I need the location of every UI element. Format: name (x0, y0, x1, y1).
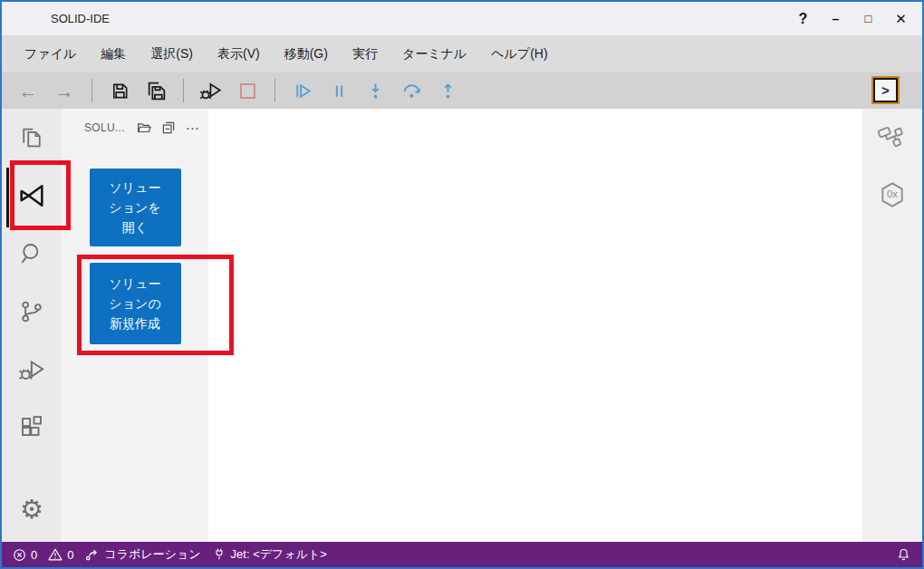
window-controls: ? – □ ✕ (794, 12, 922, 26)
new-solution-button[interactable]: ソリュー ションの 新規作成 (90, 263, 181, 344)
error-icon (13, 548, 26, 562)
menu-edit[interactable]: 編集 (101, 46, 126, 63)
dependency-graph-icon[interactable] (878, 121, 907, 150)
settings-gear-icon[interactable]: ⚙ (2, 484, 62, 535)
button-label-line: 新規作成 (91, 313, 179, 333)
main-area: ⚙ SOLU... (2, 109, 922, 542)
activity-bar: ⚙ (2, 109, 62, 542)
editor-area (208, 109, 862, 542)
save-all-icon[interactable] (144, 79, 168, 102)
notifications-button[interactable] (896, 547, 911, 563)
toolbar-separator (183, 79, 184, 102)
step-over-icon[interactable] (399, 79, 423, 102)
side-panel-header: SOLU... ⋯ (62, 120, 208, 136)
source-control-icon[interactable] (2, 283, 62, 341)
bell-icon (896, 547, 911, 563)
open-solution-button[interactable]: ソリュー ションを 開く (90, 169, 181, 246)
explorer-icon[interactable] (2, 109, 62, 167)
window-title: SOLID-IDE (51, 12, 110, 25)
collapse-all-icon[interactable] (160, 120, 177, 136)
menu-view[interactable]: 表示(V) (217, 46, 260, 63)
memory-hex-label: 0x (887, 188, 898, 199)
right-bar: 0x (862, 109, 922, 542)
side-panel-title: SOLU... (84, 121, 125, 134)
button-label-line: ソリュー (91, 274, 179, 294)
forward-icon[interactable]: → (53, 79, 76, 102)
menu-run[interactable]: 実行 (352, 46, 378, 63)
collaboration-status[interactable]: コラボレーション (84, 546, 200, 563)
open-folder-icon[interactable] (136, 120, 152, 136)
environment-label: Jet: <デフォルト> (231, 546, 327, 563)
close-button[interactable]: ✕ (891, 12, 910, 25)
status-bar: 0 0 コラボレーション Jet: <デフォルト> (2, 542, 922, 567)
toolbar-separator (91, 79, 92, 102)
save-icon[interactable] (108, 79, 131, 102)
minimize-button[interactable]: – (826, 13, 845, 25)
warning-icon (48, 547, 63, 562)
button-label-line: 開く (91, 217, 179, 237)
button-label-line: ションの (91, 294, 179, 313)
button-label-line: ソリュー (91, 178, 179, 198)
warnings-status[interactable]: 0 (48, 547, 73, 562)
menu-terminal[interactable]: ターミナル (402, 46, 467, 63)
plug-icon (212, 547, 226, 562)
step-into-icon[interactable] (363, 79, 387, 102)
menu-bar: ファイル 編集 選択(S) 表示(V) 移動(G) 実行 ターミナル ヘルプ(H… (2, 36, 922, 72)
search-icon[interactable] (2, 225, 62, 283)
memory-hex-icon[interactable]: 0x (878, 180, 907, 209)
more-actions-icon[interactable]: ⋯ (185, 120, 201, 136)
step-out-icon[interactable] (436, 79, 459, 102)
open-panel-button[interactable]: > (873, 78, 898, 102)
solution-explorer-icon[interactable] (2, 167, 62, 225)
button-label-line: ションを (91, 198, 179, 217)
maximize-button[interactable]: □ (859, 13, 878, 24)
debug-start-icon[interactable] (199, 79, 223, 102)
toolbar-separator (274, 79, 275, 102)
pause-icon[interactable] (327, 79, 351, 102)
side-panel-actions: ⋯ (136, 120, 201, 136)
side-panel: SOLU... ⋯ (62, 109, 208, 542)
continue-icon[interactable] (291, 79, 314, 102)
active-item-indicator (6, 168, 9, 227)
error-count: 0 (31, 548, 37, 562)
errors-status[interactable]: 0 (13, 548, 37, 562)
extensions-icon[interactable] (2, 399, 62, 457)
menu-go[interactable]: 移動(G) (284, 46, 328, 63)
run-and-debug-icon[interactable] (2, 341, 62, 399)
back-icon[interactable]: ← (16, 79, 40, 102)
warning-count: 0 (67, 548, 73, 562)
help-button[interactable]: ? (794, 12, 813, 26)
collaboration-label: コラボレーション (104, 546, 200, 563)
app-window: SOLID-IDE ? – □ ✕ ファイル 編集 選択(S) 表示(V) 移動… (0, 0, 924, 569)
menu-help[interactable]: ヘルプ(H) (491, 46, 547, 63)
title-bar: SOLID-IDE ? – □ ✕ (2, 2, 922, 36)
toolbar: ← → (2, 72, 922, 109)
menu-file[interactable]: ファイル (24, 46, 76, 63)
stop-icon[interactable] (236, 79, 259, 102)
menu-selection[interactable]: 選択(S) (150, 46, 193, 63)
environment-status[interactable]: Jet: <デフォルト> (212, 546, 327, 563)
collaboration-icon (84, 547, 100, 563)
